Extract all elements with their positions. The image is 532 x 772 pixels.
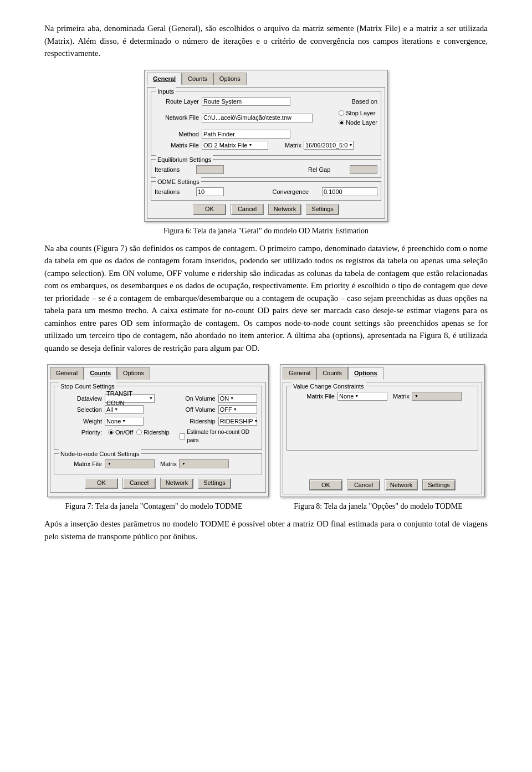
priority-ridership-radio[interactable]: Ridership — [136, 428, 169, 437]
off-volume-dropdown[interactable]: OFF — [218, 405, 257, 414]
odme-iterations-label: Iterations — [155, 187, 185, 197]
counts-settings-button[interactable]: Settings — [198, 478, 231, 489]
node-layer-radio[interactable]: Node Layer — [339, 118, 377, 127]
eq-iterations-label: Iterations — [155, 165, 185, 175]
dialog-options-body: Value Change Constraints Matrix File Non… — [283, 382, 482, 495]
stop-layer-radio-dot — [339, 110, 344, 116]
settings-button[interactable]: Settings — [306, 204, 339, 215]
rel-gap-label: Rel Gap — [308, 165, 339, 175]
odme-convergence-input[interactable]: 0.1000 — [322, 187, 377, 196]
based-on-label: Based on — [352, 97, 377, 106]
options-network-button[interactable]: Network — [385, 479, 418, 490]
priority-label: Priority: — [58, 428, 102, 437]
dataview-row: Dataview TRANSIT COUN — [58, 394, 170, 403]
selection-row: Selection All — [58, 405, 170, 415]
tab-counts-counts[interactable]: Counts — [84, 367, 117, 380]
figure-8-caption: Figura 8: Tela da janela "Opções" do mod… — [269, 500, 488, 512]
selection-label: Selection — [58, 405, 102, 415]
dataview-label: Dataview — [58, 394, 102, 403]
on-volume-dropdown[interactable]: ON — [218, 394, 257, 403]
tab-options[interactable]: Options — [213, 73, 247, 85]
on-volume-value: ON — [220, 394, 229, 403]
node-matrix-file-label: Matrix File — [58, 459, 102, 469]
priority-ridership-label: Ridership — [144, 428, 169, 437]
network-button[interactable]: Network — [268, 204, 301, 215]
matrix-value: 16/06/2010_5:0 — [305, 141, 347, 150]
tab-options-counts[interactable]: Counts — [316, 367, 348, 380]
counts-ok-button[interactable]: OK — [85, 478, 118, 489]
counts-network-button[interactable]: Network — [160, 478, 193, 489]
dialog-options-tabs: General Counts Options — [283, 367, 482, 380]
weight-dropdown[interactable]: None — [105, 417, 144, 426]
figure-6-container: General Counts Options Inputs Route Laye… — [44, 70, 488, 222]
options-settings-button[interactable]: Settings — [422, 479, 456, 490]
on-volume-label: On Volume — [180, 394, 216, 403]
estimate-checkbox-item[interactable]: Estimate for no-count OD pairs — [180, 428, 258, 444]
dialog-options: General Counts Options Value Change Cons… — [280, 364, 485, 497]
counts-cancel-button[interactable]: Cancel — [122, 478, 156, 489]
eq-group: Equilibrium Settings Iterations Rel Gap — [151, 159, 381, 178]
opt-matrix-file-dropdown[interactable]: None — [337, 392, 387, 401]
node-count-group: Node-to-node Count Settings Matrix File … — [54, 453, 262, 474]
figures-7-8-container: General Counts Options Stop Count Settin… — [44, 364, 488, 497]
dialog-general-body: Inputs Route Layer Route System Based on… — [147, 87, 385, 219]
weight-row: Weight None — [58, 417, 170, 426]
node-matrix-label: Matrix — [160, 459, 177, 469]
opt-matrix-dropdown[interactable] — [412, 392, 462, 401]
off-volume-label: Off Volume — [180, 405, 216, 415]
node-matrix-dropdown[interactable] — [179, 459, 229, 468]
eq-iterations-input[interactable] — [196, 165, 224, 174]
dialog-general-tabs: General Counts Options — [147, 73, 385, 85]
priority-on-off-dot — [108, 430, 114, 435]
ridership-row: Ridership RIDERSHIP — [180, 417, 258, 426]
node-count-group-title: Node-to-node Count Settings — [59, 449, 141, 459]
tab-general[interactable]: General — [147, 73, 182, 85]
options-ok-button[interactable]: OK — [309, 479, 342, 490]
options-cancel-button[interactable]: Cancel — [347, 479, 380, 490]
rel-gap-input[interactable] — [350, 165, 377, 174]
dialog-options-buttons: OK Cancel Network Settings — [287, 479, 478, 490]
paragraph-1: Na primeira aba, denominada Geral (Gener… — [44, 22, 488, 60]
tab-counts[interactable]: Counts — [182, 73, 213, 85]
node-matrix-file-dropdown[interactable] — [105, 459, 155, 468]
network-file-label: Network File — [155, 113, 199, 122]
estimate-label: Estimate for no-count OD pairs — [187, 428, 258, 444]
matrix-file-dropdown[interactable]: OD 2 Matrix File — [202, 141, 268, 150]
cancel-button[interactable]: Cancel — [231, 204, 264, 215]
stop-layer-radio[interactable]: Stop Layer — [339, 109, 377, 118]
priority-on-off-radio[interactable]: On/Off — [108, 428, 133, 437]
value-change-group: Value Change Constraints Matrix File Non… — [287, 386, 478, 451]
eq-group-title: Equilibrium Settings — [156, 155, 213, 165]
matrix-file-label: Matrix File — [155, 141, 199, 150]
odme-iterations-input[interactable]: 10 — [196, 187, 224, 196]
tab-options-options[interactable]: Options — [348, 367, 383, 380]
matrix-dropdown[interactable]: 16/06/2010_5:0 — [304, 141, 354, 150]
dialog-counts-body: Stop Count Settings Dataview TRANSIT COU… — [50, 382, 266, 493]
value-change-group-title: Value Change Constraints — [291, 382, 366, 391]
ridership-label: Ridership — [180, 417, 216, 426]
dataview-dropdown[interactable]: TRANSIT COUN — [105, 394, 155, 403]
stop-count-right: On Volume ON Off Volume OFF — [180, 392, 258, 447]
tab-counts-general[interactable]: General — [50, 367, 84, 380]
inputs-group: Inputs Route Layer Route System Based on… — [151, 91, 381, 156]
odme-group: ODME Settings Iterations 10 Convergence … — [151, 181, 381, 201]
selection-dropdown[interactable]: All — [105, 405, 144, 414]
method-label: Method — [155, 130, 199, 139]
dialog-general-buttons: OK Cancel Network Settings — [151, 204, 381, 215]
tab-options-general[interactable]: General — [283, 367, 316, 380]
on-volume-row: On Volume ON — [180, 394, 258, 403]
tab-counts-options[interactable]: Options — [117, 367, 150, 380]
network-file-row: Network File C:\U...aceió\Simulação\test… — [155, 109, 377, 127]
ridership-dropdown[interactable]: RIDERSHIP — [218, 417, 257, 426]
ok-button[interactable]: OK — [193, 204, 226, 215]
priority-on-off-label: On/Off — [115, 428, 133, 437]
selection-value: All — [106, 405, 113, 415]
opt-matrix-file-label: Matrix File — [290, 392, 335, 401]
estimate-checkbox[interactable] — [180, 433, 185, 439]
dialog-general: General Counts Options Inputs Route Laye… — [144, 70, 388, 222]
paragraph-4: Após a inserção destes parâmetros no mod… — [44, 518, 488, 543]
route-layer-row: Route Layer Route System Based on — [155, 97, 377, 106]
paragraph-3: Na aba counts (Figura 7) são definidos o… — [44, 242, 488, 355]
matrix-label: Matrix — [285, 141, 301, 150]
weight-label: Weight — [58, 417, 102, 426]
